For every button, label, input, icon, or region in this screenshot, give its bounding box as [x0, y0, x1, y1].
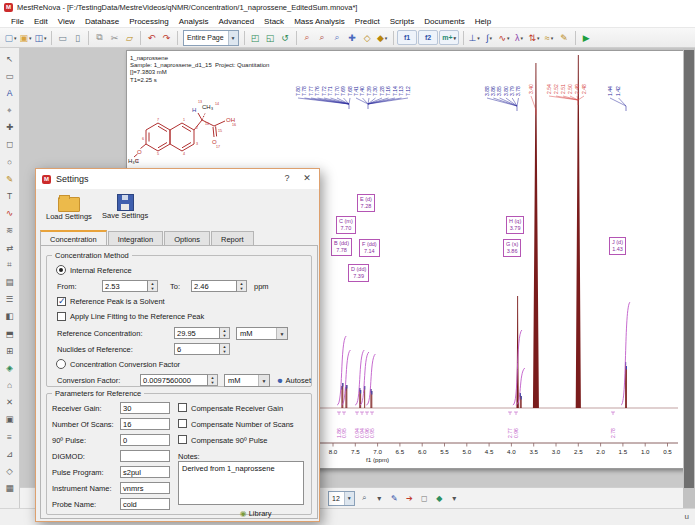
- integration-icon[interactable]: ∫▾: [482, 30, 496, 46]
- arrow-tool-icon[interactable]: ➔: [402, 490, 416, 506]
- reference-concentration-input[interactable]: 29.95: [174, 327, 220, 339]
- assignment-box-e[interactable]: E (d)7.28: [357, 194, 375, 212]
- menu-predict[interactable]: Predict: [350, 17, 385, 26]
- conversion-factor-input[interactable]: 0.0097560000: [140, 374, 208, 386]
- menu-edit[interactable]: Edit: [29, 17, 53, 26]
- sidebar-tool-icon-20[interactable]: ✕: [2, 395, 17, 410]
- pulse90-input[interactable]: 0: [120, 434, 170, 446]
- dialog-help-button[interactable]: ?: [279, 171, 295, 186]
- save-file-icon[interactable]: ◫▾: [34, 30, 48, 46]
- print-preview-icon[interactable]: ▯: [71, 30, 85, 46]
- nuclides-input[interactable]: 6: [174, 343, 220, 355]
- pan-icon[interactable]: ✚: [345, 30, 359, 46]
- multiplet-analysis-icon[interactable]: m+▾: [439, 30, 459, 45]
- menu-advanced[interactable]: Advanced: [214, 17, 260, 26]
- conversion-factor-radio[interactable]: [56, 359, 66, 369]
- autoset-button[interactable]: ☻ Autoset: [276, 376, 311, 385]
- reference-unit-combo[interactable]: mM ▼: [236, 327, 288, 340]
- color-tool-icon[interactable]: ◆: [432, 490, 446, 506]
- annotate-icon[interactable]: ✎: [557, 30, 571, 46]
- new-document-icon[interactable]: ▢▾: [4, 30, 18, 46]
- sidebar-tool-icon-19[interactable]: ⌂: [2, 378, 17, 393]
- refresh-icon[interactable]: ↺: [278, 30, 292, 46]
- assignment-box-b[interactable]: B (dd)7.78: [331, 238, 352, 256]
- vertical-scrollbar[interactable]: [683, 48, 695, 508]
- sidebar-tool-icon-7[interactable]: ✎: [2, 171, 17, 186]
- library-button[interactable]: ◉ Library: [240, 509, 272, 518]
- dialog-title-bar[interactable]: M Settings: [36, 169, 319, 189]
- menu-stack[interactable]: Stack: [259, 17, 289, 26]
- f2-mode-icon[interactable]: f2: [418, 30, 438, 45]
- sidebar-tool-icon-15[interactable]: ◧: [2, 309, 17, 324]
- assignment-box-j[interactable]: J (d)1.43: [609, 237, 626, 255]
- probe-input[interactable]: cold: [120, 498, 170, 510]
- sidebar-tool-icon-23[interactable]: ⊿: [2, 446, 17, 461]
- menu-analysis[interactable]: Analysis: [174, 17, 214, 26]
- pencil-tool-icon[interactable]: ✎: [387, 490, 401, 506]
- menu-mass-analysis[interactable]: Mass Analysis: [289, 17, 350, 26]
- rotate-view-icon[interactable]: ◇: [360, 30, 374, 46]
- shape-tool-icon[interactable]: ◻: [417, 490, 431, 506]
- sidebar-tool-icon-9[interactable]: ∿: [2, 206, 17, 221]
- menu-documents[interactable]: Documents: [419, 17, 469, 26]
- assignment-box-h[interactable]: H (q)3.79: [506, 216, 524, 234]
- baseline-correction-icon[interactable]: λ▾: [512, 30, 526, 46]
- sidebar-tool-icon-22[interactable]: ≡: [2, 429, 17, 444]
- sidebar-tool-icon-16[interactable]: ⬒: [2, 326, 17, 341]
- scrollbar-thumb[interactable]: [684, 50, 694, 488]
- more-tools-icon[interactable]: ▾: [447, 490, 461, 506]
- menu-database[interactable]: Database: [80, 17, 124, 26]
- solvent-checkbox[interactable]: [57, 297, 66, 306]
- fit-width-icon[interactable]: ◰: [248, 30, 262, 46]
- zoom-tool-icon[interactable]: ⌕: [357, 490, 371, 506]
- from-spinner[interactable]: ▲▼: [148, 280, 158, 292]
- fit-page-icon[interactable]: ◱: [263, 30, 277, 46]
- copy-icon[interactable]: ⧉: [93, 30, 107, 46]
- paste-icon[interactable]: ▱: [123, 30, 137, 46]
- load-settings-button[interactable]: Load Settings: [46, 191, 92, 221]
- sidebar-tool-icon-13[interactable]: ▤: [2, 274, 17, 289]
- menu-help[interactable]: Help: [470, 17, 496, 26]
- assignment-box-c[interactable]: C (m)7.70: [336, 216, 356, 234]
- save-settings-button[interactable]: Save Settings: [102, 191, 148, 220]
- receiver-gain-input[interactable]: 30: [120, 402, 170, 414]
- line-fitting-checkbox[interactable]: [57, 312, 66, 321]
- zoom-region-icon[interactable]: ⌕: [330, 30, 344, 46]
- digmod-input[interactable]: [120, 450, 170, 462]
- from-input[interactable]: 2.53: [102, 280, 148, 292]
- zoom-in-icon[interactable]: ⌕: [300, 30, 314, 46]
- select-tool-icon[interactable]: ▾: [372, 490, 386, 506]
- sidebar-tool-icon-24[interactable]: ◇: [2, 464, 17, 479]
- sidebar-tool-icon-21[interactable]: ▣: [2, 412, 17, 427]
- assignment-box-f[interactable]: F (dd)7.14: [359, 239, 380, 257]
- internal-reference-radio[interactable]: [56, 265, 66, 275]
- sidebar-tool-icon-25[interactable]: ▦: [2, 481, 17, 496]
- menu-file[interactable]: File: [6, 17, 29, 26]
- cut-icon[interactable]: ✂: [108, 30, 122, 46]
- sidebar-tool-icon-3[interactable]: ⌖: [2, 103, 17, 118]
- reference-concentration-spinner[interactable]: ▲▼: [220, 327, 230, 339]
- sidebar-tool-icon-0[interactable]: ↖: [2, 51, 17, 66]
- undo-icon[interactable]: ↶: [145, 30, 159, 46]
- peak-picking-icon[interactable]: ⊥▾: [467, 30, 481, 46]
- sidebar-tool-icon-2[interactable]: A: [2, 85, 17, 100]
- sidebar-tool-icon-17[interactable]: ⊞: [2, 343, 17, 358]
- sidebar-tool-icon-6[interactable]: ○: [2, 154, 17, 169]
- font-size-combo[interactable]: 12 ▼: [328, 491, 355, 506]
- instrument-input[interactable]: vnmrs: [120, 482, 170, 494]
- nuclides-spinner[interactable]: ▲▼: [220, 343, 230, 355]
- compensate-pulse-checkbox[interactable]: [178, 435, 187, 444]
- view-mode-icon[interactable]: ◆▾: [375, 30, 389, 46]
- page-zoom-combo[interactable]: Entire Page▼: [183, 30, 239, 46]
- run-script-icon[interactable]: ▶: [579, 30, 593, 46]
- sidebar-tool-icon-10[interactable]: ≋: [2, 223, 17, 238]
- conversion-factor-spinner[interactable]: ▲▼: [208, 374, 218, 386]
- sidebar-tool-icon-1[interactable]: ▭: [2, 68, 17, 83]
- compensate-gain-checkbox[interactable]: [178, 403, 187, 412]
- redo-icon[interactable]: ↷: [160, 30, 174, 46]
- sidebar-tool-icon-5[interactable]: ◻: [2, 137, 17, 152]
- menu-view[interactable]: View: [53, 17, 80, 26]
- compensate-scans-checkbox[interactable]: [178, 419, 187, 428]
- zoom-out-icon[interactable]: ⌕: [315, 30, 329, 46]
- menu-processing[interactable]: Processing: [124, 17, 174, 26]
